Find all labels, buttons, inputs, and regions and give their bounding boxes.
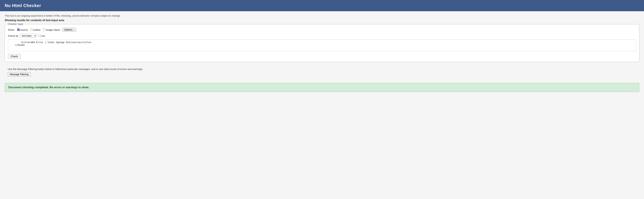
- message-filter-section: Use the Message Filtering button below t…: [5, 65, 639, 80]
- source-option[interactable]: source: [17, 28, 28, 31]
- css-option[interactable]: css: [38, 34, 45, 37]
- message-filtering-button[interactable]: Message Filtering: [8, 72, 31, 76]
- checker-input-legend: Checker Input: [6, 22, 24, 25]
- css-checkbox[interactable]: [38, 34, 40, 37]
- main-content: This tool is an ongoing experiment in be…: [0, 11, 644, 92]
- outline-option[interactable]: outline: [30, 28, 40, 31]
- outline-checkbox[interactable]: [30, 28, 32, 31]
- description-text: This tool is an ongoing experiment in be…: [5, 14, 639, 17]
- checker-input-section: Checker Input Show source outline image …: [5, 24, 639, 62]
- result-message: Document checking completed. No errors o…: [8, 86, 89, 89]
- image-report-checkbox[interactable]: [43, 28, 45, 31]
- outline-label: outline: [33, 28, 40, 31]
- check-by-label: Check by: [8, 34, 18, 37]
- filter-description: Use the Message Filtering button below t…: [8, 68, 636, 70]
- options-button[interactable]: Options...: [62, 28, 76, 32]
- show-row: Show source outline image report Options…: [8, 28, 636, 32]
- source-checkbox[interactable]: [17, 28, 20, 31]
- html-input-textarea[interactable]: <title>404 Error | Vikki Sponge Patisser…: [8, 40, 636, 51]
- image-report-option[interactable]: image report: [43, 28, 60, 31]
- image-report-label: image report: [46, 28, 60, 31]
- showing-results-text: Showing results for contents of text-inp…: [5, 19, 639, 22]
- css-label: css: [41, 34, 45, 37]
- page-header: Nu Html Checker: [0, 0, 644, 11]
- check-by-row: Check by text input file upload address …: [8, 34, 636, 38]
- source-label: source: [20, 28, 28, 31]
- check-by-select[interactable]: text input file upload address: [20, 34, 36, 38]
- result-banner: Document checking completed. No errors o…: [5, 83, 639, 92]
- textarea-wrapper: <title>404 Error | Vikki Sponge Patisser…: [8, 40, 636, 52]
- page-title: Nu Html Checker: [5, 3, 41, 8]
- show-label: Show: [8, 28, 14, 31]
- check-button[interactable]: Check: [8, 54, 21, 59]
